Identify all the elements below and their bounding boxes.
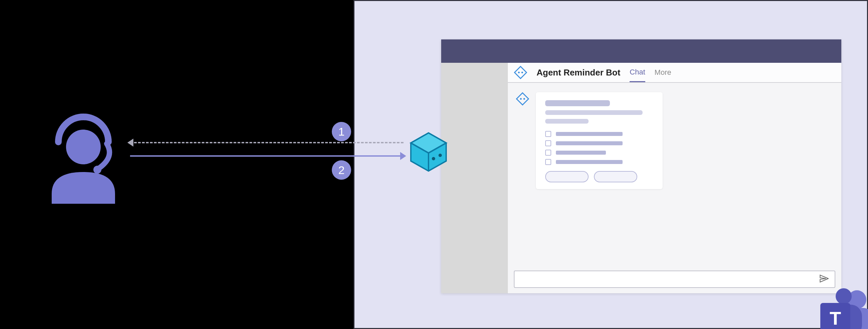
checklist-label-placeholder [556, 150, 606, 155]
svg-point-1 [522, 72, 523, 74]
card-action-button[interactable] [594, 171, 637, 182]
checklist-item[interactable] [545, 140, 653, 146]
arrowhead-right-icon [400, 152, 406, 160]
checklist-item[interactable] [545, 159, 653, 165]
teams-app-window: Agent Reminder Bot Chat More [441, 39, 841, 293]
svg-point-5 [836, 288, 852, 304]
request-arrow-dashed [130, 142, 403, 143]
checklist-label-placeholder [556, 160, 623, 164]
svg-point-3 [524, 98, 525, 100]
checkbox-icon[interactable] [545, 140, 551, 146]
svg-point-12 [432, 157, 435, 160]
svg-text:T: T [830, 308, 841, 329]
chat-messages-area [508, 83, 841, 293]
card-title-placeholder [545, 100, 610, 106]
svg-point-11 [93, 166, 101, 174]
teams-body: Agent Reminder Bot Chat More [441, 63, 841, 293]
teams-left-sidebar [441, 63, 508, 293]
code-diamond-icon [514, 66, 527, 79]
teams-main-pane: Agent Reminder Bot Chat More [508, 63, 841, 293]
card-action-button[interactable] [545, 171, 589, 182]
teams-titlebar [441, 39, 841, 63]
arrowhead-left-icon [127, 139, 133, 147]
checkbox-icon[interactable] [545, 131, 551, 137]
checklist-item[interactable] [545, 131, 653, 137]
tab-more[interactable]: More [655, 68, 671, 77]
card-action-row [545, 171, 653, 182]
step-number-label: 1 [338, 125, 345, 138]
checklist-label-placeholder [556, 132, 623, 136]
message-compose-box[interactable] [514, 271, 835, 288]
step-badge-2: 2 [332, 160, 351, 180]
response-arrow-solid [130, 155, 403, 157]
code-diamond-icon [516, 92, 529, 106]
card-text-placeholder [545, 119, 589, 124]
step-badge-1: 1 [332, 122, 351, 141]
tab-chat[interactable]: Chat [629, 68, 645, 82]
checkbox-icon[interactable] [545, 159, 551, 165]
headset-agent-icon [40, 110, 127, 204]
checklist-item[interactable] [545, 149, 653, 156]
svg-point-10 [66, 130, 101, 164]
bot-message-row [516, 92, 833, 189]
send-icon[interactable] [819, 274, 829, 284]
interaction-arrows [130, 130, 403, 170]
svg-point-13 [438, 154, 442, 157]
card-text-placeholder [545, 110, 643, 115]
bot-name-label: Agent Reminder Bot [536, 67, 620, 78]
checklist-label-placeholder [556, 141, 623, 145]
adaptive-card [536, 92, 662, 189]
teams-chat-header: Agent Reminder Bot Chat More [508, 63, 841, 83]
checkbox-icon[interactable] [545, 149, 551, 156]
step-number-label: 2 [338, 164, 345, 177]
ms-teams-logo: T [814, 284, 868, 329]
bot-cube-icon [407, 130, 450, 174]
svg-point-0 [518, 72, 520, 74]
svg-point-2 [520, 98, 522, 100]
